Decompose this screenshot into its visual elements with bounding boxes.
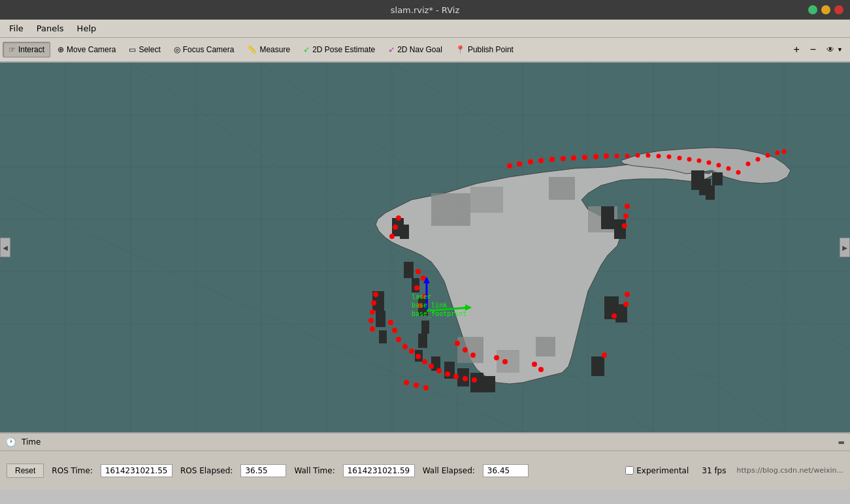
svg-rect-33 xyxy=(376,311,385,327)
svg-point-65 xyxy=(593,154,598,159)
svg-rect-36 xyxy=(412,278,419,292)
dropdown-icon: ▼ xyxy=(837,46,843,53)
svg-point-81 xyxy=(756,157,760,162)
svg-point-62 xyxy=(561,156,566,161)
svg-point-98 xyxy=(368,318,374,323)
svg-text:laser: laser xyxy=(412,293,431,300)
svg-point-115 xyxy=(414,285,419,291)
menu-help[interactable]: Help xyxy=(71,22,103,35)
map-visualization: laser base_link base_footprint xyxy=(0,63,850,432)
svg-point-78 xyxy=(727,166,731,171)
svg-text:base_footprint: base_footprint xyxy=(412,310,466,318)
svg-point-109 xyxy=(472,377,477,383)
svg-point-69 xyxy=(636,153,640,158)
svg-point-89 xyxy=(623,302,629,307)
ros-elapsed-value: 36.55 xyxy=(240,464,286,477)
right-panel-arrow[interactable]: ▶ xyxy=(840,238,850,257)
reset-button[interactable]: Reset xyxy=(7,464,44,478)
svg-rect-45 xyxy=(483,376,495,392)
minimize-button[interactable] xyxy=(821,5,830,14)
ruler-icon: 📏 xyxy=(247,45,257,54)
svg-rect-34 xyxy=(379,330,387,343)
svg-point-74 xyxy=(687,157,692,162)
viewport[interactable]: laser base_link base_footprint ◀ ▶ xyxy=(0,63,850,432)
svg-point-122 xyxy=(463,347,468,353)
svg-point-113 xyxy=(416,269,421,274)
svg-point-94 xyxy=(389,234,395,239)
svg-text:base_link: base_link xyxy=(412,302,447,309)
2d-pose-tool[interactable]: ➶ 2D Pose Estimate xyxy=(297,42,381,57)
move-camera-tool[interactable]: ⊕ Move Camera xyxy=(52,42,122,57)
svg-point-119 xyxy=(392,328,397,333)
svg-rect-35 xyxy=(404,262,414,278)
status-bar: 🕐 Time ▬ xyxy=(0,432,850,450)
pose-icon: ➶ xyxy=(303,45,310,54)
svg-point-120 xyxy=(396,337,401,342)
interact-tool[interactable]: ☞ Interact xyxy=(3,42,50,57)
svg-point-70 xyxy=(646,153,651,158)
publish-point-tool[interactable]: 📍 Publish Point xyxy=(450,42,519,57)
svg-point-110 xyxy=(404,380,409,385)
svg-point-63 xyxy=(571,155,576,161)
svg-point-106 xyxy=(445,371,450,377)
svg-point-111 xyxy=(414,383,419,388)
svg-point-60 xyxy=(538,158,544,163)
svg-rect-26 xyxy=(470,187,503,213)
svg-point-127 xyxy=(538,367,544,372)
experimental-checkbox[interactable] xyxy=(625,466,634,475)
2d-nav-tool[interactable]: ➶ 2D Nav Goal xyxy=(382,42,448,57)
svg-point-57 xyxy=(507,163,512,168)
close-button[interactable] xyxy=(834,5,843,14)
add-tool-button[interactable]: + xyxy=(789,42,804,57)
focus-camera-tool[interactable]: ◎ Focus Camera xyxy=(168,42,240,57)
menu-panels[interactable]: Panels xyxy=(30,22,71,35)
maximize-button[interactable] xyxy=(808,5,817,14)
time-icon: 🕐 xyxy=(5,437,16,447)
svg-point-101 xyxy=(409,349,414,354)
svg-point-64 xyxy=(582,155,587,160)
svg-rect-47 xyxy=(614,219,626,239)
wall-elapsed-value: 36.45 xyxy=(483,464,529,477)
move-icon: ⊕ xyxy=(57,45,64,54)
svg-rect-30 xyxy=(497,350,519,373)
eye-icon: 👁 xyxy=(826,45,834,54)
svg-point-102 xyxy=(416,354,421,359)
experimental-container: Experimental xyxy=(625,466,689,475)
svg-point-103 xyxy=(422,359,427,364)
svg-point-96 xyxy=(371,300,376,306)
title-bar: slam.rviz* - RViz xyxy=(0,0,850,20)
ros-elapsed-label: ROS Elapsed: xyxy=(180,466,233,475)
menu-file[interactable]: File xyxy=(3,22,30,35)
point-icon: 📍 xyxy=(455,45,465,54)
wall-elapsed-label: Wall Elapsed: xyxy=(423,466,475,475)
left-panel-arrow[interactable]: ◀ xyxy=(0,238,10,257)
view-button[interactable]: 👁 ▼ xyxy=(822,43,847,56)
focus-icon: ◎ xyxy=(174,45,180,54)
collapse-button[interactable]: ▬ xyxy=(838,438,845,447)
svg-rect-56 xyxy=(400,225,409,239)
remove-tool-button[interactable]: − xyxy=(806,42,821,57)
svg-point-82 xyxy=(766,153,770,158)
svg-point-126 xyxy=(532,362,537,367)
svg-point-90 xyxy=(612,313,617,319)
svg-point-123 xyxy=(470,353,476,358)
svg-rect-42 xyxy=(444,362,455,379)
svg-point-59 xyxy=(528,159,533,165)
measure-tool[interactable]: 📏 Measure xyxy=(241,42,296,57)
svg-point-124 xyxy=(494,355,499,360)
select-tool[interactable]: ▭ Select xyxy=(123,42,166,57)
svg-point-85 xyxy=(625,204,630,209)
svg-point-107 xyxy=(453,374,459,379)
toolbar-right: + − 👁 ▼ xyxy=(789,42,847,57)
2d-nav-label: 2D Nav Goal xyxy=(397,45,442,54)
svg-rect-46 xyxy=(601,206,614,229)
svg-rect-53 xyxy=(706,185,715,200)
svg-point-73 xyxy=(678,156,682,161)
svg-point-91 xyxy=(602,353,607,358)
svg-point-105 xyxy=(436,368,442,373)
svg-rect-49 xyxy=(615,304,627,323)
ros-time-value: 1614231021.55 xyxy=(101,464,172,477)
publish-point-label: Publish Point xyxy=(468,45,514,54)
svg-point-99 xyxy=(370,326,375,332)
svg-point-108 xyxy=(463,376,468,381)
